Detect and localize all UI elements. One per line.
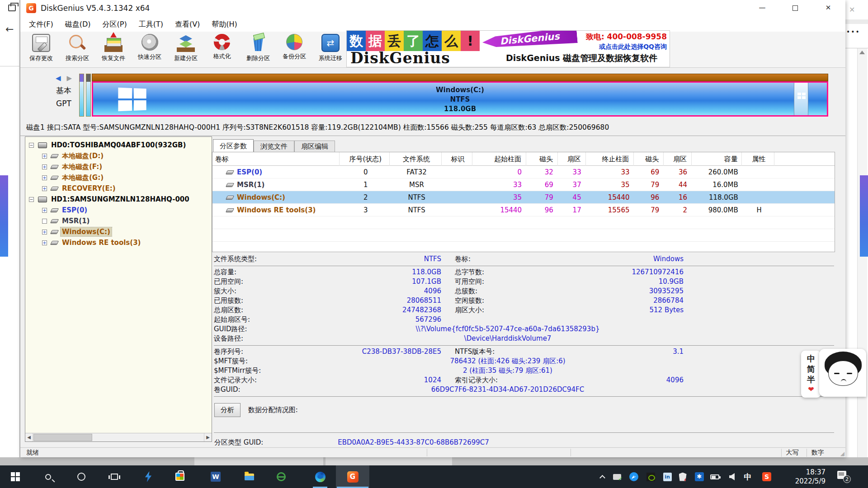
menu-partition[interactable]: 分区(P) — [97, 19, 133, 30]
table-column-header[interactable]: 起始柱面 — [475, 152, 526, 166]
table-column-header[interactable]: 序号(状态) — [342, 152, 390, 166]
table-column-header[interactable]: 扇区 — [560, 152, 586, 166]
sogou-tray-icon[interactable] — [762, 472, 772, 482]
battery-tray-icon[interactable] — [710, 472, 720, 482]
tree-horizontal-scrollbar[interactable]: ◀ ▶ — [25, 433, 212, 441]
file-explorer-button[interactable] — [238, 465, 260, 488]
table-row[interactable]: Windows RE tools(3) 3 NTFS 15440 96 17 1… — [212, 204, 835, 216]
scroll-left-icon[interactable]: ◀ — [25, 433, 33, 441]
prev-disk-arrow[interactable]: ◀ — [56, 74, 61, 82]
scroll-up-icon[interactable] — [859, 51, 865, 54]
disk-bar-segment-windows-c[interactable]: Windows(C:) NTFS 118.0GB — [92, 81, 828, 117]
tree-expander-icon[interactable] — [42, 219, 47, 224]
table-column-header[interactable]: 终止柱面 — [588, 152, 634, 166]
tree-expander-icon[interactable] — [29, 143, 34, 148]
edge-app-button[interactable] — [309, 465, 331, 488]
taskbar-search-button[interactable] — [37, 465, 59, 488]
intel-graphics-tray-icon[interactable] — [662, 472, 672, 482]
toolbar-button[interactable]: 恢复文件 — [95, 32, 132, 67]
task-view-button[interactable] — [104, 465, 125, 488]
toolbar-button[interactable]: 新建分区 — [168, 32, 204, 67]
tree-expander-icon[interactable] — [42, 208, 47, 213]
table-column-header[interactable]: 属性 — [744, 152, 774, 166]
close-icon[interactable]: ✕ — [849, 5, 855, 14]
banner-qq-link[interactable]: 或点击此处选择QQ咨询 — [586, 43, 667, 51]
close-button[interactable]: ✕ — [818, 0, 839, 15]
disk-bar-segment-re-tools[interactable] — [794, 83, 808, 115]
tree-item[interactable]: 本地磁盘(G:) — [25, 172, 212, 183]
cortana-button[interactable] — [71, 465, 92, 488]
start-button[interactable] — [5, 465, 26, 488]
window-restore-icon[interactable] — [8, 5, 16, 11]
table-row[interactable]: ESP(0) 0 FAT32 0 32 33 33 69 36 260.0MB — [212, 166, 835, 178]
table-column-header[interactable]: 卷标 — [212, 152, 340, 166]
more-options-icon[interactable]: ••• — [846, 28, 860, 35]
toolbar-button[interactable]: 格式化 — [204, 32, 240, 67]
tab[interactable]: 分区参数 — [213, 139, 254, 152]
snowflake-tray-icon[interactable] — [694, 472, 704, 482]
tree-expander-icon[interactable] — [42, 230, 47, 235]
tray-chevron-icon[interactable] — [597, 472, 607, 482]
toolbar-button[interactable]: 保存更改 — [23, 32, 59, 67]
scroll-right-icon[interactable]: ▶ — [204, 433, 212, 441]
toolbar-button[interactable]: 备份分区 — [276, 32, 312, 67]
table-column-header[interactable]: 扇区 — [666, 152, 692, 166]
word-app-button[interactable] — [205, 465, 226, 488]
tree-item[interactable]: Windows RE tools(3) — [25, 237, 212, 248]
tree-expander-icon[interactable] — [42, 175, 47, 180]
minimize-button[interactable]: — — [752, 0, 773, 15]
action-center-button[interactable]: 2 — [837, 471, 848, 481]
thunder-app-button[interactable] — [137, 465, 159, 488]
printer-tray-icon[interactable] — [612, 472, 622, 482]
table-row[interactable]: Windows(C:) 2 NTFS 35 79 45 15440 96 16 … — [212, 191, 835, 204]
microsoft-store-button[interactable] — [169, 465, 191, 488]
toolbar-button[interactable]: 搜索分区 — [59, 32, 95, 67]
tree-item[interactable]: HD1:SAMSUNGMZNLN128HAHQ-000 — [25, 194, 212, 205]
browser-360-button[interactable] — [270, 465, 292, 488]
back-arrow-icon[interactable]: ← — [5, 23, 14, 35]
tree-expander-icon[interactable] — [42, 186, 47, 191]
menu-view[interactable]: 查看(V) — [169, 19, 206, 30]
table-column-header[interactable]: 标识 — [443, 152, 472, 166]
toolbar-button[interactable]: 快速分区 — [132, 32, 168, 67]
menu-help[interactable]: 帮助(H) — [206, 19, 243, 30]
table-column-header[interactable]: 文件系统 — [392, 152, 442, 166]
table-column-header[interactable]: 磁头 — [636, 152, 664, 166]
tree-item[interactable]: RECOVERY(E:) — [25, 183, 212, 194]
tab[interactable]: 浏览文件 — [254, 141, 294, 152]
disk-bar-segment-esp[interactable] — [79, 74, 84, 117]
nvidia-tray-icon[interactable] — [646, 472, 656, 482]
diskgenius-app-button[interactable] — [336, 465, 369, 488]
tree-item[interactable]: Windows(C:) — [25, 226, 212, 237]
analyze-button[interactable]: 分析 — [214, 403, 241, 417]
resize-grip-icon[interactable]: ◢ — [840, 450, 844, 457]
ad-banner[interactable]: 数 据 丢 了 怎 么 ! DiskGenius 致电: 400-008-995… — [346, 30, 670, 67]
tree-expander-icon[interactable] — [42, 154, 47, 159]
ime-mode-box[interactable]: 中 简 半 ❤ — [801, 351, 821, 398]
disk-bar-segment-msr[interactable] — [86, 74, 91, 117]
tree-expander-icon[interactable] — [42, 240, 47, 245]
tree-item[interactable]: ESP(0) — [25, 205, 212, 216]
scrollbar-thumb[interactable] — [33, 434, 92, 441]
volume-tray-icon[interactable] — [727, 472, 737, 482]
table-row[interactable]: MSR(1) 1 MSR 33 69 37 35 79 44 16.0MB — [212, 178, 835, 191]
tree-item[interactable]: HD0:TOSHIBAMQ04ABF100(932GB) — [25, 140, 212, 150]
tree-item[interactable]: 本地磁盘(F:) — [25, 161, 212, 172]
tree-expander-icon[interactable] — [42, 164, 47, 169]
ime-language-indicator[interactable] — [743, 472, 753, 482]
toolbar-button[interactable]: 系统迁移 — [312, 32, 349, 67]
table-column-header[interactable]: 磁头 — [528, 152, 558, 166]
maximize-button[interactable] — [785, 0, 806, 15]
table-column-header[interactable]: 容量 — [694, 152, 742, 166]
menu-file[interactable]: 文件(F) — [23, 19, 59, 30]
security-shield-tray-icon[interactable] — [678, 472, 688, 482]
menu-disk[interactable]: 磁盘(D) — [59, 19, 97, 30]
messenger-tray-icon[interactable] — [629, 472, 639, 482]
taskbar-clock[interactable]: 18:37 2022/5/9 — [782, 468, 826, 486]
tree-item[interactable]: 本地磁盘(D:) — [25, 150, 212, 161]
menu-tools[interactable]: 工具(T) — [133, 19, 169, 30]
tree-expander-icon[interactable] — [29, 197, 34, 202]
toolbar-button[interactable]: 删除分区 — [240, 32, 276, 67]
tab[interactable]: 扇区编辑 — [294, 141, 335, 152]
next-disk-arrow[interactable]: ▶ — [66, 74, 72, 82]
